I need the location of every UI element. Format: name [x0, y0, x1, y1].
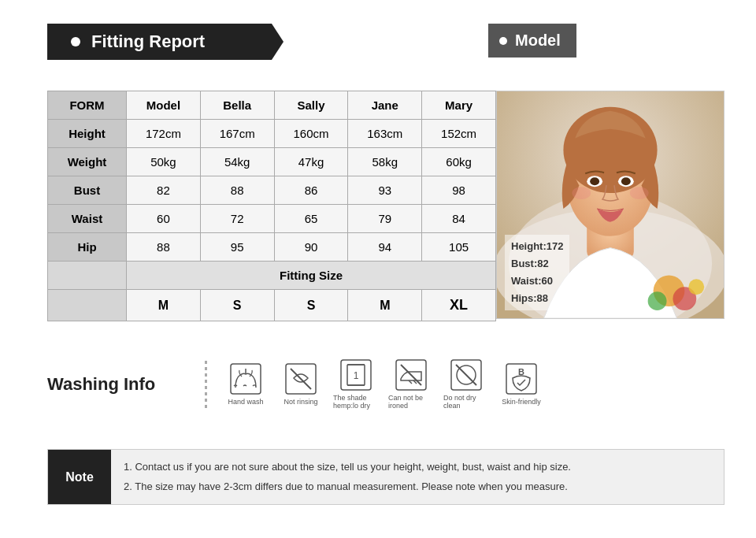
shade-dry-svg-icon: 1: [339, 358, 372, 391]
cell-height-bella: 167cm: [200, 120, 274, 148]
cell-hip-bella: 95: [200, 233, 274, 262]
table-row: Weight 50kg 54kg 47kg 58kg 60kg: [48, 148, 496, 176]
cell-height-jane: 163cm: [348, 120, 422, 148]
model-waist-text: Waist:60: [511, 273, 563, 290]
col-header-sally: Sally: [274, 91, 348, 120]
wash-label-handwash: Hand wash: [228, 398, 263, 406]
svg-point-9: [621, 177, 631, 185]
model-dot-icon: [499, 37, 507, 45]
skin-friendly-svg-icon: B: [505, 362, 538, 395]
col-header-model: Model: [127, 91, 201, 120]
no-iron-svg-icon: [395, 358, 428, 391]
fitting-size-row: Fitting Size: [48, 262, 496, 290]
svg-point-7: [590, 177, 599, 185]
note-line-2: 2. The size may have 2-3cm differs due t…: [124, 477, 571, 497]
fitting-size-blank: [48, 262, 127, 290]
table-row: Hip 88 95 90 94 105: [48, 233, 496, 262]
fitting-report-dot-icon: [71, 37, 80, 46]
model-height-text: Height:172: [511, 238, 563, 255]
svg-point-15: [688, 279, 704, 295]
svg-point-14: [648, 291, 667, 310]
wash-label-shade-dry: The shade hemp:lo dry: [333, 394, 379, 410]
cell-bust-model: 82: [127, 176, 201, 205]
model-hips-text: Hips:88: [511, 290, 563, 307]
cell-hip-sally: 90: [274, 233, 348, 262]
cell-waist-bella: 72: [200, 205, 274, 233]
size-blank: [48, 290, 127, 321]
model-info-overlay: Height:172 Bust:82 Waist:60 Hips:88: [505, 235, 569, 310]
note-label: Note: [48, 450, 111, 504]
not-rinsing-svg-icon: [284, 362, 317, 395]
cell-waist-model: 60: [127, 205, 201, 233]
fitting-table-container: FORM Model Bella Sally Jane Mary Height …: [47, 91, 496, 321]
svg-text:1: 1: [354, 370, 359, 381]
cell-hip-mary: 105: [422, 233, 496, 262]
size-jane: M: [348, 290, 422, 321]
cell-weight-mary: 60kg: [422, 148, 496, 176]
size-row: M S S M XL: [48, 290, 496, 321]
model-title: Model: [515, 32, 561, 50]
svg-line-30: [456, 365, 476, 385]
wash-label-skin-friendly: Skin-friendly: [502, 398, 541, 406]
cell-height-sally: 160cm: [274, 120, 348, 148]
washing-title: Washing Info: [47, 374, 189, 395]
cell-waist-mary: 84: [422, 205, 496, 233]
cell-waist-jane: 79: [348, 205, 422, 233]
cell-height-model: 172cm: [127, 120, 201, 148]
col-header-jane: Jane: [348, 91, 422, 120]
cell-weight-bella: 54kg: [200, 148, 274, 176]
wash-label-no-dry-clean: Do not dry clean: [443, 394, 489, 410]
note-line-1: 1. Contact us if you are not sure about …: [124, 458, 571, 477]
row-label-weight: Weight: [48, 148, 127, 176]
fitting-report-title: Fitting Report: [91, 32, 205, 52]
svg-point-11: [630, 187, 649, 199]
wash-icon-no-iron: Can not be ironed: [388, 358, 434, 410]
wash-label-no-iron: Can not be ironed: [388, 394, 434, 410]
col-header-mary: Mary: [422, 91, 496, 120]
cell-bust-bella: 88: [200, 176, 274, 205]
cell-hip-model: 88: [127, 233, 201, 262]
fitting-size-label-text: Fitting Size: [127, 262, 496, 290]
size-bella: S: [200, 290, 274, 321]
model-image: Height:172 Bust:82 Waist:60 Hips:88: [496, 91, 724, 319]
cell-bust-sally: 86: [274, 176, 348, 205]
fitting-report-header: Fitting Report: [47, 24, 284, 60]
cell-hip-jane: 94: [348, 233, 422, 262]
fitting-report-banner: Fitting Report: [47, 24, 284, 60]
model-bust-text: Bust:82: [511, 255, 563, 273]
cell-bust-jane: 93: [348, 176, 422, 205]
fitting-table: FORM Model Bella Sally Jane Mary Height …: [47, 91, 496, 321]
washing-icons: Hand wash Not rinsing 1 The shade hemp:l…: [223, 358, 544, 410]
no-dry-clean-svg-icon: [450, 358, 483, 391]
wash-icon-skin-friendly: B Skin-friendly: [498, 362, 544, 406]
row-label-hip: Hip: [48, 233, 127, 262]
washing-section: Washing Info Hand wash Not r: [47, 358, 598, 410]
svg-rect-16: [231, 364, 261, 394]
size-sally: S: [274, 290, 348, 321]
note-section: Note 1. Contact us if you are not sure a…: [47, 449, 724, 505]
size-model: M: [127, 290, 201, 321]
cell-weight-jane: 58kg: [348, 148, 422, 176]
table-row: Bust 82 88 86 93 98: [48, 176, 496, 205]
cell-height-mary: 152cm: [422, 120, 496, 148]
cell-waist-sally: 65: [274, 205, 348, 233]
row-label-height: Height: [48, 120, 127, 148]
svg-text:B: B: [518, 367, 524, 377]
handwash-svg-icon: [229, 362, 262, 395]
model-banner: Model: [488, 24, 576, 58]
wash-icon-not-rinsing: Not rinsing: [278, 362, 324, 406]
wash-icon-handwash: Hand wash: [223, 362, 269, 406]
cell-bust-mary: 98: [422, 176, 496, 205]
model-header: Model: [488, 24, 576, 58]
size-mary: XL: [422, 290, 496, 321]
svg-point-10: [572, 187, 591, 199]
col-header-bella: Bella: [200, 91, 274, 120]
row-label-waist: Waist: [48, 205, 127, 233]
cell-weight-model: 50kg: [127, 148, 201, 176]
wash-icon-no-dry-clean: Do not dry clean: [443, 358, 489, 410]
table-row: Height 172cm 167cm 160cm 163cm 152cm: [48, 120, 496, 148]
note-content: 1. Contact us if you are not sure about …: [111, 450, 584, 504]
col-header-form: FORM: [48, 91, 127, 120]
cell-weight-sally: 47kg: [274, 148, 348, 176]
row-label-bust: Bust: [48, 176, 127, 205]
